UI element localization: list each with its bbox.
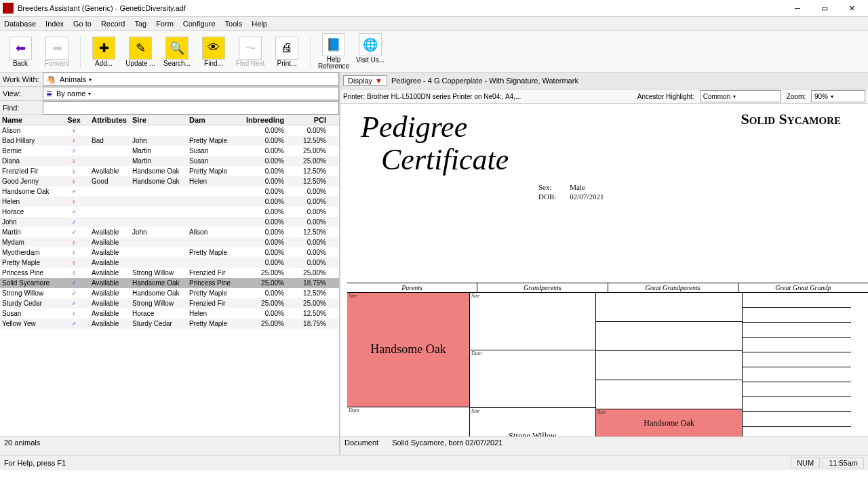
view-select[interactable]: ≣By name <box>43 87 339 100</box>
table-row[interactable]: Handsome Oak♂0.00%0.00% <box>0 186 339 197</box>
visit-us-button[interactable]: 🌐Visit Us... <box>354 33 387 70</box>
table-row[interactable]: Helen♀0.00%0.00% <box>0 197 339 207</box>
table-row[interactable]: Horace♂0.00%0.00% <box>0 207 339 217</box>
close-button[interactable]: ✕ <box>838 0 865 16</box>
pedigree-grid: SireHandsome Oak DamPrincess Pine Sire D… <box>347 293 868 436</box>
menu-go-to[interactable]: Go to <box>73 20 92 28</box>
menu-tag[interactable]: Tag <box>134 20 146 28</box>
zoom-label: Zoom: <box>787 93 806 100</box>
col-sire[interactable]: Sire <box>130 115 187 125</box>
left-footer: 20 animals <box>0 436 339 455</box>
pedigree-meta: Sex:Male DOB:02/07/2021 <box>537 182 617 202</box>
table-row[interactable]: Good Jenny♀GoodHandsome OakHelen0.00%12.… <box>0 176 339 186</box>
menu-bar: DatabaseIndexGo toRecordTagFormConfigure… <box>0 17 868 31</box>
status-time: 11:55am <box>823 458 864 468</box>
menu-index[interactable]: Index <box>45 20 64 28</box>
find-button[interactable]: 👁Find... <box>197 37 230 67</box>
menu-record[interactable]: Record <box>101 20 125 28</box>
toolbar: ⬅Back ➡Forward ✚Add... ✎Update ... 🔍Sear… <box>0 31 868 73</box>
table-row[interactable]: Pretty Maple♀Available0.00%0.00% <box>0 258 339 268</box>
table-row[interactable]: Myotherdam♀AvailablePretty Maple0.00%0.0… <box>0 247 339 258</box>
col-sex[interactable]: Sex <box>58 115 90 125</box>
find-next-button[interactable]: ⤳Find Next <box>234 37 267 67</box>
status-num: NUM <box>791 458 820 468</box>
right-pane: Display▼ Pedigree - 4 G Copperplate - Wi… <box>340 73 868 455</box>
workwith-select[interactable]: 🐴Animals <box>43 73 339 86</box>
table-row[interactable]: Frenzied Fir♀AvailableHandsome OakPretty… <box>0 166 339 176</box>
table-row[interactable]: Bernie♂MartinSusan0.00%25.00% <box>0 146 339 156</box>
menu-configure[interactable]: Configure <box>183 20 216 28</box>
print-button[interactable]: 🖨Print... <box>271 37 303 67</box>
find-label: Find: <box>0 102 43 113</box>
status-bar: For Help, press F1 NUM 11:55am <box>0 455 868 470</box>
table-row[interactable]: Mydam♀Available0.00%0.00% <box>0 237 339 247</box>
menu-form[interactable]: Form <box>156 20 174 28</box>
table-row[interactable]: Diana♀MartinSusan0.00%25.00% <box>0 156 339 166</box>
table-row[interactable]: Bad Hillary♀BadJohnPretty Maple0.00%12.5… <box>0 136 339 146</box>
col-inb[interactable]: Inbreeding <box>244 115 286 125</box>
zoom-select[interactable]: 90% <box>811 90 865 102</box>
title-bar: Breeders Assistant (Generic) - GeneticDi… <box>0 0 868 17</box>
table-row[interactable]: Solid Sycamore♂AvailableHandsome OakPrin… <box>0 278 339 288</box>
view-label: View: <box>0 88 43 99</box>
table-row[interactable]: Susan♀AvailableHoraceHelen0.00%12.50% <box>0 308 339 319</box>
workwith-label: Work With: <box>0 74 43 85</box>
col-name[interactable]: Name <box>0 115 58 125</box>
maximize-button[interactable]: ▭ <box>811 0 838 16</box>
help-ref-button[interactable]: 📘Help Reference <box>317 33 350 70</box>
window-title: Breeders Assistant (Generic) - GeneticDi… <box>18 4 784 12</box>
table-row[interactable]: Alison♀0.00%0.00% <box>0 125 339 136</box>
pedigree-preview[interactable]: Solid Sycamore Pedigree Certificate Sex:… <box>340 104 868 436</box>
anc-hl-label: Ancestor Highlight: <box>637 93 694 100</box>
minimize-button[interactable]: ─ <box>784 0 811 16</box>
table-row[interactable]: Strong Willow♂AvailableHandsome OakPrett… <box>0 288 339 298</box>
back-button[interactable]: ⬅Back <box>4 37 37 67</box>
search-button[interactable]: 🔍Search... <box>161 37 193 67</box>
menu-database[interactable]: Database <box>4 20 36 28</box>
printer-info[interactable]: Printer: Brother HL-L5100DN series Print… <box>343 93 632 100</box>
app-icon <box>3 3 14 14</box>
col-dam[interactable]: Dam <box>187 115 244 125</box>
table-row[interactable]: Yellow Yew♂AvailableSturdy CedarPretty M… <box>0 319 339 329</box>
left-pane: Work With: 🐴Animals View: ≣By name Find:… <box>0 73 340 455</box>
pedigree-header-row: ParentsGrandparents Great GrandparentsGr… <box>347 283 868 293</box>
table-row[interactable]: John♂0.00%0.00% <box>0 217 339 227</box>
find-input[interactable] <box>43 101 339 115</box>
status-help: For Help, press F1 <box>4 459 66 467</box>
col-pci[interactable]: PCI <box>286 115 328 125</box>
update-button[interactable]: ✎Update ... <box>124 37 157 67</box>
display-desc: Pedigree - 4 G Copperplate - With Signat… <box>391 77 865 85</box>
menu-tools[interactable]: Tools <box>225 20 243 28</box>
display-button[interactable]: Display▼ <box>343 75 387 86</box>
menu-help[interactable]: Help <box>252 20 267 28</box>
forward-button[interactable]: ➡Forward <box>41 37 73 67</box>
table-row[interactable]: Martin♂AvailableJohnAlison0.00%12.50% <box>0 227 339 237</box>
pedigree-animal-name: Solid Sycamore <box>741 110 841 128</box>
add-button[interactable]: ✚Add... <box>87 37 120 67</box>
table-row[interactable]: Sturdy Cedar♂AvailableStrong WillowFrenz… <box>0 298 339 308</box>
grid-body[interactable]: Alison♀0.00%0.00%Bad Hillary♀BadJohnPret… <box>0 125 339 436</box>
doc-label: Document <box>344 439 378 453</box>
table-row[interactable]: Princess Pine♀AvailableStrong WillowFren… <box>0 268 339 278</box>
grid-header: Name Sex Attributes Sire Dam Inbreeding … <box>0 115 339 125</box>
doc-text: Solid Sycamore, born 02/07/2021 <box>392 439 502 453</box>
col-attr[interactable]: Attributes <box>90 115 130 125</box>
anc-hl-select[interactable]: Common <box>700 90 781 102</box>
